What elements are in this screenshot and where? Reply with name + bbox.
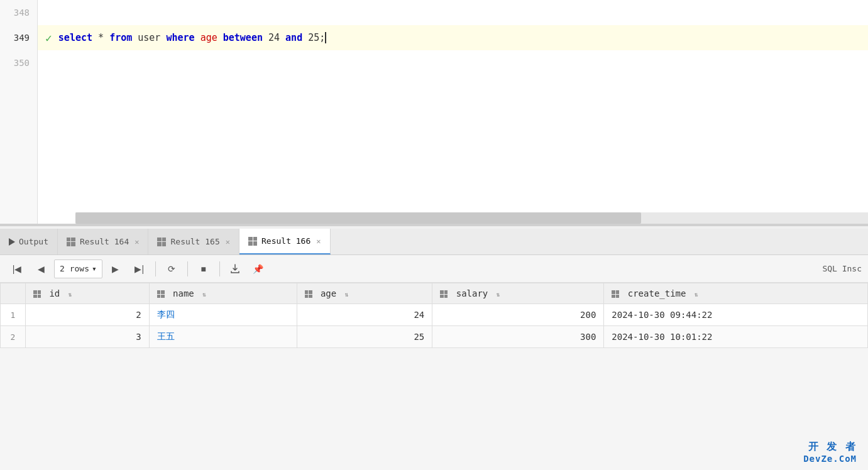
rows-selector[interactable]: 2 rows ▾ xyxy=(54,260,102,278)
table-row: 1 2 李四 24 200 2024-10-30 09:44:22 xyxy=(1,304,868,326)
tab-result-164[interactable]: Result 164 ✕ xyxy=(58,229,149,254)
sort-name[interactable]: ⇅ xyxy=(202,291,206,298)
code-line-349[interactable]: ✓ select * from user where age between 2… xyxy=(38,25,868,50)
cell-name-1: 王五 xyxy=(149,326,297,348)
stop-button[interactable]: ■ xyxy=(193,260,214,278)
sort-salary[interactable]: ⇅ xyxy=(497,291,500,298)
rows-dropdown-icon: ▾ xyxy=(92,264,97,273)
code-line-348 xyxy=(38,0,868,25)
cell-id-1: 3 xyxy=(26,326,150,348)
tab-output-label: Output xyxy=(19,237,48,246)
cell-age-0: 24 xyxy=(297,304,432,326)
tab-output[interactable]: Output xyxy=(0,229,58,254)
code-line-350 xyxy=(38,50,868,75)
line-number-348: 348 xyxy=(0,0,37,25)
result-table-container: id ⇅ name ⇅ age xyxy=(0,283,868,348)
scrollbar-thumb[interactable] xyxy=(75,212,641,224)
refresh-button[interactable]: ⟳ xyxy=(161,260,182,278)
sort-age[interactable]: ⇅ xyxy=(345,291,349,298)
col-header-id[interactable]: id ⇅ xyxy=(26,283,150,304)
pin-button[interactable]: 📌 xyxy=(248,260,269,278)
col-header-age[interactable]: age ⇅ xyxy=(297,283,432,304)
kw-where: where xyxy=(166,32,194,43)
toolbar-separator-3 xyxy=(219,261,220,276)
table-row: 2 3 王五 25 300 2024-10-30 10:01:22 xyxy=(1,326,868,348)
kw-age: age xyxy=(201,32,217,43)
cell-salary-1: 300 xyxy=(432,326,604,348)
col-row-num xyxy=(1,283,26,304)
prev-page-button[interactable]: ◀ xyxy=(30,260,52,278)
table-icon-166 xyxy=(248,237,257,246)
col-header-create-time[interactable]: create_time ⇅ xyxy=(604,283,868,304)
tab-close-164[interactable]: ✕ xyxy=(135,238,139,246)
watermark: 开 发 者 DevZe.CoM xyxy=(803,440,857,464)
line-number-350: 350 xyxy=(0,50,37,75)
sort-create-time[interactable]: ⇅ xyxy=(695,291,698,298)
last-page-button[interactable]: ▶| xyxy=(129,260,150,278)
watermark-line2: DevZe.CoM xyxy=(803,454,857,464)
cell-row-num: 2 xyxy=(1,326,26,348)
table-header-row: id ⇅ name ⇅ age xyxy=(1,283,868,304)
bottom-panel: Output Result 164 ✕ Result 165 ✕ Result … xyxy=(0,229,868,470)
result-toolbar: |◀ ◀ 2 rows ▾ ▶ ▶| ⟳ ■ 📌 SQL Insc xyxy=(0,255,868,283)
cell-create-time-1: 2024-10-30 10:01:22 xyxy=(604,326,868,348)
editor-lines[interactable]: ✓ select * from user where age between 2… xyxy=(38,0,868,224)
watermark-line1: 开 发 者 xyxy=(803,440,857,454)
tab-bar: Output Result 164 ✕ Result 165 ✕ Result … xyxy=(0,229,868,255)
export-button[interactable] xyxy=(225,260,245,278)
table-icon-165 xyxy=(157,238,166,246)
kw-select: select xyxy=(58,32,92,43)
play-icon xyxy=(9,238,15,246)
kw-between: between xyxy=(223,32,263,43)
next-page-button[interactable]: ▶ xyxy=(105,260,126,278)
cell-salary-0: 200 xyxy=(432,304,604,326)
kw-from: from xyxy=(109,32,132,43)
tab-close-166[interactable]: ✕ xyxy=(316,237,321,246)
kw-and: and xyxy=(285,32,302,43)
text-cursor xyxy=(325,32,326,43)
result-table: id ⇅ name ⇅ age xyxy=(0,283,868,348)
tab-result-165-label: Result 165 xyxy=(170,237,219,246)
first-page-button[interactable]: |◀ xyxy=(6,260,28,278)
check-icon: ✓ xyxy=(45,31,52,45)
tab-result-165[interactable]: Result 165 ✕ xyxy=(148,229,239,254)
toolbar-separator-1 xyxy=(155,261,156,276)
tab-result-164-label: Result 164 xyxy=(80,237,129,246)
cell-row-num: 1 xyxy=(1,304,26,326)
rows-count-label: 2 rows xyxy=(60,264,89,273)
tab-close-165[interactable]: ✕ xyxy=(226,238,230,246)
horizontal-scrollbar[interactable] xyxy=(75,212,868,224)
table-icon-164 xyxy=(67,238,75,246)
tab-result-166[interactable]: Result 166 ✕ xyxy=(239,229,331,254)
line-numbers: 348 349 350 xyxy=(0,0,38,224)
toolbar-separator-2 xyxy=(187,261,188,276)
sort-id[interactable]: ⇅ xyxy=(69,291,72,298)
cell-age-1: 25 xyxy=(297,326,432,348)
cell-id-0: 2 xyxy=(26,304,150,326)
tab-result-166-label: Result 166 xyxy=(261,236,310,246)
sql-insc-label: SQL Insc xyxy=(822,264,862,273)
editor-section: 348 349 350 ✓ select * from user xyxy=(0,0,868,226)
cell-name-0: 李四 xyxy=(149,304,297,326)
cell-create-time-0: 2024-10-30 09:44:22 xyxy=(604,304,868,326)
col-header-salary[interactable]: salary ⇅ xyxy=(432,283,604,304)
line-number-349: 349 xyxy=(0,25,37,50)
col-header-name[interactable]: name ⇅ xyxy=(149,283,297,304)
